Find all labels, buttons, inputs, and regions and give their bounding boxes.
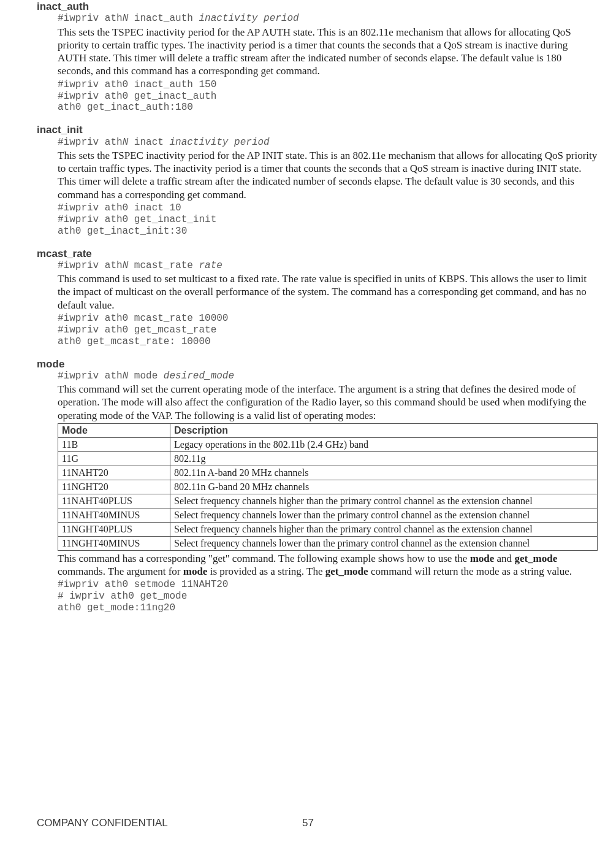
cell-description: 802.11g bbox=[170, 451, 598, 466]
syntax-prefix: #iwpriv ath bbox=[58, 137, 123, 148]
text: and bbox=[494, 553, 514, 564]
syntax-var: inactivity period bbox=[169, 137, 269, 148]
col-header-mode: Mode bbox=[58, 423, 170, 437]
cell-description: 802.11n A-band 20 MHz channels bbox=[170, 466, 598, 480]
table-row: 11NAHT20802.11n A-band 20 MHz channels bbox=[58, 466, 598, 480]
syntax-var: inactivity period bbox=[199, 13, 298, 24]
table-row: 11NGHT40PLUSSelect frequency channels hi… bbox=[58, 522, 598, 536]
table-row: 11NAHT40PLUSSelect frequency channels hi… bbox=[58, 494, 598, 508]
example-block: #iwpriv ath0 mcast_rate 10000 #iwpriv at… bbox=[58, 313, 598, 348]
cell-mode: 11NAHT20 bbox=[58, 466, 170, 480]
page: inact_auth #iwpriv athN inact_auth inact… bbox=[0, 0, 616, 844]
syntax-prefix: #iwpriv ath bbox=[58, 370, 123, 382]
cell-mode: 11NGHT40MINUS bbox=[58, 536, 170, 550]
syntax-line: #iwpriv athN mcast_rate rate bbox=[58, 260, 598, 271]
col-header-description: Description bbox=[170, 423, 598, 437]
table-header-row: Mode Description bbox=[58, 423, 598, 437]
term-mode: mode bbox=[183, 566, 208, 577]
syntax-var: desired_mode bbox=[164, 370, 234, 382]
post-table-text: This command has a corresponding "get" c… bbox=[58, 552, 598, 578]
syntax-var: N bbox=[123, 13, 129, 24]
syntax-var: rate bbox=[199, 260, 222, 271]
entry-title: inact_init bbox=[37, 123, 598, 136]
cell-description: Legacy operations in the 802.11b (2.4 GH… bbox=[170, 437, 598, 451]
syntax-var: N bbox=[123, 137, 129, 148]
entry-body: #iwpriv athN inact inactivity period Thi… bbox=[58, 137, 598, 237]
description: This command is used to set multicast to… bbox=[58, 272, 598, 312]
entry-body: #iwpriv athN mcast_rate rate This comman… bbox=[58, 260, 598, 348]
cell-mode: 11NGHT20 bbox=[58, 480, 170, 494]
cell-description: 802.11n G-band 20 MHz channels bbox=[170, 480, 598, 494]
cell-mode: 11NAHT40MINUS bbox=[58, 508, 170, 522]
entry-inact-auth: inact_auth #iwpriv athN inact_auth inact… bbox=[37, 0, 598, 113]
cell-mode: 11G bbox=[58, 451, 170, 466]
syntax-var: N bbox=[123, 370, 129, 382]
cell-description: Select frequency channels lower than the… bbox=[170, 508, 598, 522]
syntax-mid: inact_auth bbox=[128, 13, 199, 24]
cell-mode: 11B bbox=[58, 437, 170, 451]
entry-body: #iwpriv athN mode desired_mode This comm… bbox=[58, 370, 598, 614]
syntax-mid: mcast_rate bbox=[128, 260, 199, 271]
cell-mode: 11NAHT40PLUS bbox=[58, 494, 170, 508]
entry-inact-init: inact_init #iwpriv athN inact inactivity… bbox=[37, 123, 598, 237]
text: command will return the mode as a string… bbox=[368, 566, 572, 577]
description: This sets the TSPEC inactivity period fo… bbox=[58, 149, 598, 201]
table-row: 11NGHT40MINUSSelect frequency channels l… bbox=[58, 536, 598, 550]
entry-title: mcast_rate bbox=[37, 247, 598, 260]
entry-body: #iwpriv athN inact_auth inactivity perio… bbox=[58, 13, 598, 113]
cell-mode: 11NGHT40PLUS bbox=[58, 522, 170, 536]
table-row: 11BLegacy operations in the 802.11b (2.4… bbox=[58, 437, 598, 451]
syntax-line: #iwpriv athN mode desired_mode bbox=[58, 370, 598, 382]
cell-description: Select frequency channels higher than th… bbox=[170, 522, 598, 536]
mode-table-head: Mode Description bbox=[58, 423, 598, 437]
description: This sets the TSPEC inactivity period fo… bbox=[58, 26, 598, 78]
example-block: #iwpriv ath0 inact 10 #iwpriv ath0 get_i… bbox=[58, 202, 598, 237]
syntax-var: N bbox=[123, 260, 129, 271]
text: This command has a corresponding "get" c… bbox=[58, 553, 470, 564]
syntax-prefix: #iwpriv ath bbox=[58, 13, 123, 24]
syntax-mid: inact bbox=[128, 137, 169, 148]
entry-mcast-rate: mcast_rate #iwpriv athN mcast_rate rate … bbox=[37, 247, 598, 348]
term-mode: mode bbox=[470, 553, 495, 564]
cell-description: Select frequency channels lower than the… bbox=[170, 536, 598, 550]
syntax-line: #iwpriv athN inact inactivity period bbox=[58, 137, 598, 148]
term-get-mode: get_mode bbox=[325, 566, 368, 577]
syntax-prefix: #iwpriv ath bbox=[58, 260, 123, 271]
example-block: #iwpriv ath0 inact_auth 150 #iwpriv ath0… bbox=[58, 79, 598, 114]
term-get-mode: get_mode bbox=[514, 553, 557, 564]
page-footer: COMPANY CONFIDENTIAL 57 bbox=[0, 816, 616, 829]
table-row: 11G802.11g bbox=[58, 451, 598, 466]
table-row: 11NGHT20802.11n G-band 20 MHz channels bbox=[58, 480, 598, 494]
description: This command will set the current operat… bbox=[58, 383, 598, 422]
entry-mode: mode #iwpriv athN mode desired_mode This… bbox=[37, 358, 598, 615]
footer-page-number: 57 bbox=[302, 816, 314, 829]
cell-description: Select frequency channels higher than th… bbox=[170, 494, 598, 508]
table-row: 11NAHT40MINUSSelect frequency channels l… bbox=[58, 508, 598, 522]
footer-confidential: COMPANY CONFIDENTIAL bbox=[37, 816, 168, 829]
mode-table: Mode Description 11BLegacy operations in… bbox=[58, 423, 598, 551]
entry-title: inact_auth bbox=[37, 0, 598, 13]
mode-table-body: 11BLegacy operations in the 802.11b (2.4… bbox=[58, 437, 598, 550]
syntax-line: #iwpriv athN inact_auth inactivity perio… bbox=[58, 13, 598, 24]
text: commands. The argument for bbox=[58, 566, 183, 577]
example-block: #iwpriv ath0 setmode 11NAHT20 # iwpriv a… bbox=[58, 579, 598, 614]
syntax-mid: mode bbox=[128, 370, 164, 382]
entry-title: mode bbox=[37, 358, 598, 370]
text: is provided as a string. The bbox=[207, 566, 325, 577]
